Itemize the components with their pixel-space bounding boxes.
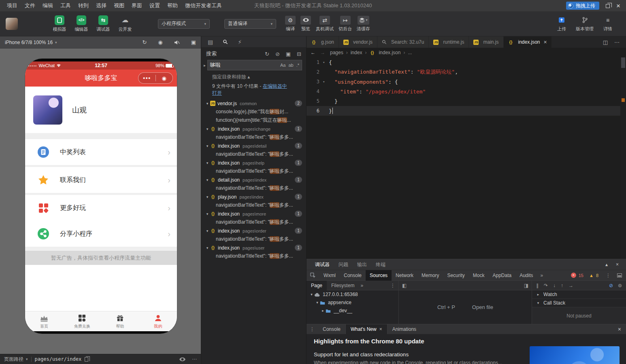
close-icon[interactable]: ×	[379, 324, 382, 334]
search-option-toggle[interactable]: Aa	[280, 63, 285, 68]
drawer-tab[interactable]: Console	[318, 324, 345, 334]
dock-side-icon[interactable]	[617, 273, 622, 277]
remote-debug-button[interactable]: ⇄真机调试	[316, 16, 334, 32]
menu-item[interactable]: 界面	[128, 0, 146, 11]
avatar[interactable]	[33, 95, 62, 125]
list-item[interactable]: 中奖列表›	[25, 139, 177, 165]
step-into-icon[interactable]: ↓	[553, 283, 556, 288]
search-result-match[interactable]: navigationBarTitleText": "哆啦多多...	[201, 150, 306, 159]
devtools-tab-audits[interactable]: Audits	[515, 270, 537, 281]
tabbar-item[interactable]: 我的	[139, 311, 177, 331]
inspect-element-icon[interactable]	[307, 273, 319, 278]
devtools-menu-icon[interactable]: ⋮	[604, 273, 612, 278]
search-option-toggle[interactable]: ab	[288, 63, 293, 68]
clear-results-icon[interactable]: ⊘	[275, 51, 280, 57]
chevron-down-icon[interactable]: ▾	[204, 246, 210, 250]
back-icon[interactable]: ←	[311, 50, 315, 55]
devtools-tab-console[interactable]: Console	[340, 270, 366, 281]
debugger-header-tab[interactable]: 输出	[353, 259, 371, 270]
debugger-header-tab[interactable]: 终端	[371, 259, 390, 270]
search-result-match[interactable]: navigationBarTitleText": "哆啦多多...	[201, 184, 306, 193]
search-result-match[interactable]: navigationBarTitleText": "哆啦多多...	[201, 167, 306, 176]
drawer-tab[interactable]: Animations	[388, 324, 421, 334]
drawer-menu-icon[interactable]: ⋮	[307, 326, 318, 332]
editor-tab[interactable]: Search: 32.u7u	[377, 36, 429, 48]
hide-navigator-icon[interactable]: ◧	[402, 283, 407, 288]
search-input[interactable]: 哆啦 Aaab.*	[207, 60, 302, 70]
simulator-panel-button[interactable]: 模拟器	[49, 15, 70, 32]
code-line[interactable]: 4"item": "/pages/index/item"	[307, 87, 620, 96]
show-debugger-icon[interactable]: ◨	[524, 283, 528, 288]
search-result-file[interactable]: ▾{}index.jsonpages\help1	[201, 159, 306, 167]
more-actions-icon[interactable]: ⋯	[192, 356, 197, 362]
search-dir-toggle[interactable]: 指定目录和排除 ▴	[201, 70, 306, 80]
chevron-down-icon[interactable]: ▾	[204, 161, 210, 165]
search-result-file[interactable]: ▾{}index.jsonpages\change1	[201, 125, 306, 133]
menu-item[interactable]: 项目	[3, 0, 21, 11]
more-tabs-icon[interactable]: »	[537, 273, 547, 278]
chevron-down-icon[interactable]: ▾	[204, 195, 210, 199]
search-result-file[interactable]: ▾{}play.jsonpages\index1	[201, 193, 306, 201]
devtools-tab-appdata[interactable]: AppData	[488, 270, 515, 281]
collapse-panel-icon[interactable]: ▴	[605, 262, 608, 267]
close-drawer-icon[interactable]: ×	[618, 326, 626, 332]
more-icon[interactable]: ●●●	[138, 76, 155, 80]
breadcrumb-item[interactable]: index	[351, 50, 362, 55]
scrollbar-thumb[interactable]	[621, 57, 625, 68]
close-panel-icon[interactable]: ×	[616, 262, 619, 267]
search-result-match[interactable]: navigationBarTitleText": "哆啦多多...	[201, 133, 306, 142]
devtools-tab-wxml[interactable]: Wxml	[319, 270, 340, 281]
preview-button[interactable]: 预览	[300, 16, 311, 32]
menu-item[interactable]: 设置	[146, 0, 164, 11]
callstack-section[interactable]: ▾Call Stack	[532, 299, 626, 307]
navigator-tab-filesystem[interactable]: Filesystem	[327, 281, 359, 290]
chevron-right-icon[interactable]: ▸	[320, 309, 326, 313]
open-file-label[interactable]: Open file	[472, 304, 493, 310]
editor-tab[interactable]: {}g.json	[307, 36, 339, 48]
compile-button[interactable]: ⚙编译	[285, 16, 296, 32]
version-button[interactable]: 版本管理	[576, 16, 594, 32]
mode-select[interactable]: 小程序模式▾	[158, 19, 210, 29]
project-avatar[interactable]	[6, 18, 18, 30]
editor-scrollbar[interactable]	[620, 57, 626, 259]
mute-icon[interactable]	[174, 40, 180, 45]
debugger-header-tab[interactable]: 问题	[334, 259, 353, 270]
drag-upload-button[interactable]: 拖拽上传	[566, 2, 599, 10]
split-editor-icon[interactable]: ◫	[603, 39, 608, 45]
step-out-icon[interactable]: ↑	[561, 283, 563, 288]
navigator-menu-icon[interactable]: ⋮	[390, 283, 398, 288]
page-path-selector[interactable]: 页面路径▾	[4, 356, 28, 363]
whats-new-thumbnail[interactable]	[530, 346, 620, 364]
list-item[interactable]: 分享小程序›	[25, 221, 177, 247]
navigator-tab-page[interactable]: Page	[307, 281, 327, 290]
chevron-down-icon[interactable]: ▾	[204, 178, 210, 182]
tree-item[interactable]: ▾127.0.0.1:65368	[307, 290, 398, 298]
step-icon[interactable]: →	[569, 283, 573, 288]
code-line[interactable]: 5}	[307, 96, 620, 106]
record-icon[interactable]: ◉	[158, 39, 162, 45]
devtools-tab-network[interactable]: Network	[392, 270, 417, 281]
compile-mode-select[interactable]: 普通编译▾	[224, 19, 276, 29]
chevron-down-icon[interactable]: ▾	[204, 127, 210, 131]
code-line[interactable]: 3▾"usingComponents": {	[307, 77, 620, 87]
close-window-button[interactable]: ×	[616, 2, 620, 9]
pause-icon[interactable]: ∥	[536, 283, 539, 288]
menu-item[interactable]: 文件	[21, 0, 39, 11]
search-result-file[interactable]: ▾JSvendor.jscommon2	[201, 99, 306, 108]
fold-icon[interactable]: ▾	[323, 60, 329, 64]
tree-item[interactable]: ▾appservice	[307, 298, 398, 307]
background-button[interactable]: ↦切后台	[339, 16, 352, 32]
list-item[interactable]: 更多好玩›	[25, 195, 177, 221]
devtools-tab-mock[interactable]: Mock	[469, 270, 489, 281]
search-result-match[interactable]: navigationBarTitleText": "哆啦多多...	[201, 252, 306, 260]
editor-tab[interactable]: JSmain.js	[469, 36, 503, 48]
step-over-icon[interactable]: ↷	[544, 283, 548, 288]
code-line[interactable]: 1▾{	[307, 57, 620, 67]
code-line[interactable]: 2"navigationBarTitleText": "欧皇源码论坛",	[307, 67, 620, 77]
list-item[interactable]: 联系我们›	[25, 167, 177, 193]
clear-cache-button[interactable]: ▾清缓存	[357, 16, 370, 32]
menu-item[interactable]: 选择	[92, 0, 110, 11]
menu-item[interactable]: 微信开发者工具	[181, 0, 226, 11]
search-result-match[interactable]: navigationBarTitleText": "哆啦多多...	[201, 201, 306, 210]
menu-item[interactable]: 转到	[75, 0, 92, 11]
